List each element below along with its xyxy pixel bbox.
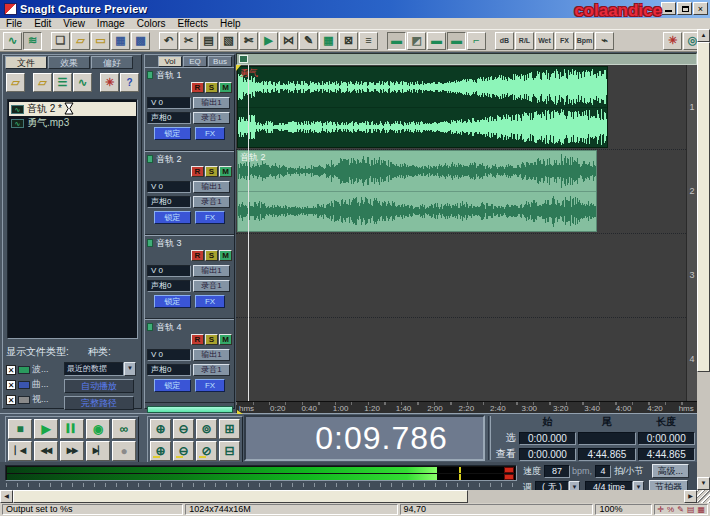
- track-name[interactable]: 音轨 2: [156, 153, 182, 166]
- close-button[interactable]: ×: [693, 2, 708, 15]
- crossfade-button[interactable]: ⋈: [279, 32, 298, 50]
- scroll-down-button[interactable]: ▼: [697, 477, 710, 490]
- cut-button[interactable]: ✂: [179, 32, 198, 50]
- record-device-button[interactable]: 录音1: [193, 196, 230, 208]
- sort-dropdown[interactable]: 最近的数据 ▼: [64, 362, 136, 376]
- zoom-full-button[interactable]: ⊚: [196, 419, 217, 439]
- record-arm-button[interactable]: R: [191, 82, 204, 93]
- scroll-up-button[interactable]: ▲: [697, 29, 710, 42]
- fx-button[interactable]: FX: [195, 295, 225, 308]
- metronome-button[interactable]: 节拍器: [649, 480, 688, 490]
- settings-button[interactable]: ✳: [663, 32, 682, 50]
- zoom-to-selection-button[interactable]: ⊕: [150, 441, 171, 461]
- fx-rack-button[interactable]: FX: [555, 32, 574, 50]
- solo-button[interactable]: S: [205, 250, 218, 261]
- record-arm-button[interactable]: R: [191, 166, 204, 177]
- horizontal-scroll-thumb[interactable]: [13, 490, 468, 503]
- level-meter[interactable]: [5, 465, 517, 481]
- minimize-button[interactable]: [661, 2, 676, 15]
- loop-button[interactable]: ∞: [112, 419, 136, 439]
- chevron-down-icon[interactable]: ▼: [569, 481, 580, 491]
- open-folder-button[interactable]: ▱: [33, 73, 52, 92]
- vertical-scrollbar[interactable]: ▲ ▼: [697, 29, 710, 490]
- zoom-in-button[interactable]: ⊕: [150, 419, 171, 439]
- pan-lr-button[interactable]: R/L: [515, 32, 534, 50]
- audio-clip-track1[interactable]: 勇气: [237, 66, 608, 148]
- fx-button[interactable]: FX: [195, 211, 225, 224]
- volume-field[interactable]: V 0: [147, 97, 191, 109]
- solo-button[interactable]: S: [205, 166, 218, 177]
- trim-button[interactable]: ✄: [239, 32, 258, 50]
- multitrack-view-button[interactable]: ≋: [23, 32, 42, 50]
- play-looped-button[interactable]: ◉: [86, 419, 110, 439]
- pan-field[interactable]: 声相0: [147, 196, 191, 208]
- chevron-down-icon[interactable]: ▼: [124, 362, 136, 376]
- fx-button[interactable]: FX: [195, 127, 225, 140]
- show-grid-button[interactable]: ▬: [447, 32, 466, 50]
- organizer-help-button[interactable]: ?: [120, 73, 139, 92]
- lock-button[interactable]: 锁定: [154, 379, 191, 392]
- midi-button[interactable]: ⌁: [595, 32, 614, 50]
- volume-envelope-button[interactable]: ≡: [359, 32, 378, 50]
- envelope-edit-button[interactable]: ✎: [299, 32, 318, 50]
- lock-time-button[interactable]: ⊠: [339, 32, 358, 50]
- list-item[interactable]: ∿音轨 2 *: [9, 102, 136, 116]
- menu-view[interactable]: View: [57, 18, 91, 29]
- zoom-out-button[interactable]: ⊖: [173, 419, 194, 439]
- record-arm-button[interactable]: R: [191, 334, 204, 345]
- import-file-button[interactable]: ▱: [6, 73, 25, 92]
- chevron-down-icon[interactable]: ▼: [633, 481, 644, 491]
- zoom-sel-right-button[interactable]: ⊘: [196, 441, 217, 461]
- go-to-end-button[interactable]: ▶▏: [86, 441, 110, 461]
- pause-button[interactable]: ▍▍: [60, 419, 84, 439]
- record-device-button[interactable]: 录音1: [193, 112, 230, 124]
- mixer-tab-vol[interactable]: Vol: [158, 56, 182, 67]
- organizer-tab-1[interactable]: 效果: [48, 56, 90, 69]
- undo-button[interactable]: ↶: [159, 32, 178, 50]
- insert-wave-button[interactable]: ∿: [73, 73, 92, 92]
- playhead-cursor[interactable]: [248, 65, 249, 401]
- mixer-tab-eq[interactable]: EQ: [183, 56, 207, 67]
- menu-edit[interactable]: Edit: [28, 18, 57, 29]
- show-wave-blocks-button[interactable]: ▬: [427, 32, 446, 50]
- menu-file[interactable]: File: [0, 18, 28, 29]
- scroll-left-button[interactable]: ◀: [0, 490, 13, 503]
- go-to-start-button[interactable]: ▏◀: [8, 441, 32, 461]
- file-list[interactable]: ∿音轨 2 *∿勇气.mp3: [7, 99, 138, 339]
- pan-field[interactable]: 声相0: [147, 364, 191, 376]
- track-display-area[interactable]: 勇气 音轨 2 1234: [236, 65, 697, 401]
- track-name[interactable]: 音轨 1: [156, 69, 182, 82]
- mute-button[interactable]: M: [219, 250, 232, 261]
- output-button[interactable]: 输出1: [193, 349, 230, 361]
- full-paths-button[interactable]: 完整路径: [64, 396, 134, 410]
- save-as-button[interactable]: ▩: [131, 32, 150, 50]
- db-range-button[interactable]: dB: [495, 32, 514, 50]
- autoplay-button[interactable]: 自动播放: [64, 379, 134, 393]
- resize-grip[interactable]: [697, 490, 710, 503]
- pan-field[interactable]: 声相0: [147, 280, 191, 292]
- open-file-button[interactable]: ▱: [71, 32, 90, 50]
- organizer-options-button[interactable]: ✳: [100, 73, 119, 92]
- organizer-tab-0[interactable]: 文件: [5, 56, 47, 69]
- snapping-button[interactable]: ⌐: [467, 32, 486, 50]
- menu-image[interactable]: Image: [91, 18, 131, 29]
- pan-field[interactable]: 声相0: [147, 112, 191, 124]
- fx-button[interactable]: FX: [195, 379, 225, 392]
- append-file-button[interactable]: ▭: [91, 32, 110, 50]
- record-arm-button[interactable]: R: [191, 250, 204, 261]
- play-button[interactable]: ▶: [34, 419, 58, 439]
- zoom-sel-left-button[interactable]: ⊖: [173, 441, 194, 461]
- wet-dry-button[interactable]: Wet: [535, 32, 554, 50]
- title-bar[interactable]: SnagIt Capture Preview colaandice ×: [0, 0, 710, 18]
- checkbox[interactable]: ✕: [6, 380, 16, 390]
- show-volume-envelopes-button[interactable]: ▬: [387, 32, 406, 50]
- output-button[interactable]: 输出1: [193, 265, 230, 277]
- new-file-button[interactable]: ❏: [51, 32, 70, 50]
- audio-clip-track2[interactable]: 音轨 2: [237, 150, 597, 232]
- zoom-in-edge-button[interactable]: ⊞: [219, 419, 240, 439]
- volume-field[interactable]: V 0: [147, 349, 191, 361]
- restore-button[interactable]: [677, 2, 692, 15]
- scroll-right-button[interactable]: ▶: [684, 490, 697, 503]
- beats-per-bar-field[interactable]: 4: [595, 465, 611, 478]
- mute-button[interactable]: M: [219, 334, 232, 345]
